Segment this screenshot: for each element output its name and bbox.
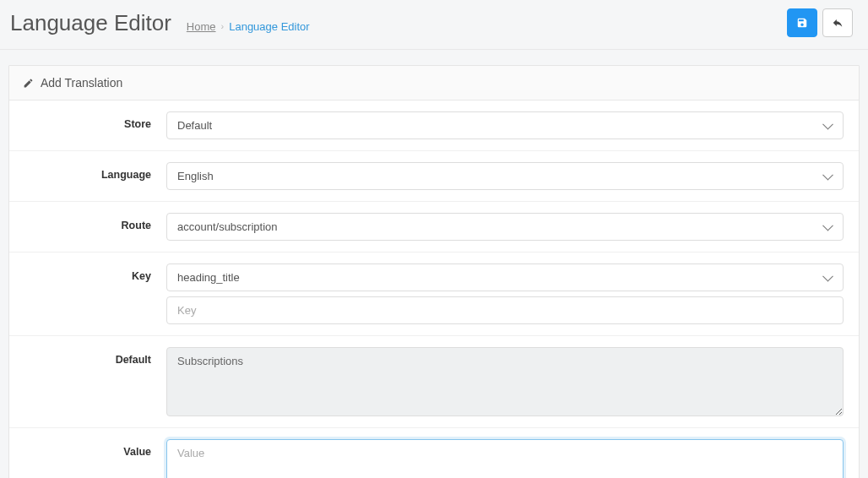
key-select[interactable]: heading_title [166,263,844,291]
form-panel: Add Translation Store Default Language E… [8,65,860,478]
panel-header: Add Translation [9,66,859,100]
save-icon [796,17,808,29]
store-label: Store [24,111,151,130]
back-button[interactable] [822,8,853,37]
page-header: Language Editor Home › Language Editor [0,0,868,50]
form-body: Store Default Language English Rou [9,100,859,478]
form-row-key: Key heading_title [9,253,859,336]
form-row-route: Route account/subscription [9,202,859,253]
reply-icon [832,17,844,29]
form-row-default: Default [9,336,859,428]
language-label: Language [24,162,151,181]
value-label: Value [24,439,151,458]
default-textarea [166,347,844,416]
language-select[interactable]: English [166,162,844,190]
route-select[interactable]: account/subscription [166,213,844,241]
breadcrumb: Home › Language Editor [187,20,310,33]
value-textarea[interactable] [166,439,844,478]
default-label: Default [24,347,151,366]
route-label: Route [24,213,151,231]
panel-title: Add Translation [41,76,122,90]
store-select[interactable]: Default [166,111,844,139]
form-row-store: Store Default [9,100,859,151]
form-row-language: Language English [9,151,859,202]
breadcrumb-current-link[interactable]: Language Editor [229,20,309,33]
key-label: Key [24,263,151,282]
page-title: Language Editor [10,10,171,36]
pencil-icon [23,78,34,89]
header-actions [787,8,853,37]
header-left: Language Editor Home › Language Editor [10,10,310,36]
form-row-value: Value [9,428,859,478]
breadcrumb-separator: › [221,21,225,31]
key-input[interactable] [166,296,844,324]
breadcrumb-home-link[interactable]: Home [187,20,216,33]
save-button[interactable] [787,8,817,37]
